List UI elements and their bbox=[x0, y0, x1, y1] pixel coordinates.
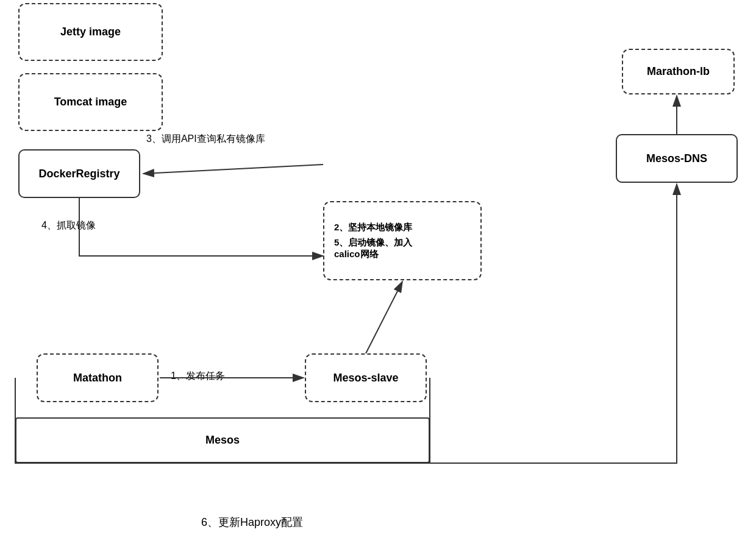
mesos-dns-label: Mesos-DNS bbox=[646, 152, 707, 165]
mesos-box: Mesos bbox=[15, 417, 430, 463]
mesos-slave-container-line3: calico网络 bbox=[334, 249, 379, 260]
mesos-slave-container-box: 2、坚持本地镜像库 5、启动镜像、加入 calico网络 bbox=[323, 201, 482, 280]
step6-label: 6、更新Haproxy配置 bbox=[201, 515, 303, 530]
jetty-image-label: Jetty image bbox=[60, 26, 121, 38]
mesos-slave-box: Mesos-slave bbox=[305, 353, 427, 402]
step4-label: 4、抓取镜像 bbox=[41, 219, 96, 232]
matathon-box: Matathon bbox=[37, 353, 159, 402]
jetty-image-box: Jetty image bbox=[18, 3, 163, 61]
svg-line-4 bbox=[366, 282, 402, 353]
step3-label: 3、调用API查询私有镜像库 bbox=[146, 133, 265, 146]
tomcat-image-box: Tomcat image bbox=[18, 73, 163, 131]
docker-registry-label: DockerRegistry bbox=[38, 168, 119, 180]
mesos-dns-box: Mesos-DNS bbox=[616, 134, 738, 183]
marathon-lb-label: Marathon-lb bbox=[647, 65, 710, 78]
step1-label: 1、发布任务 bbox=[171, 370, 225, 383]
diagram: Jetty image Tomcat image DockerRegistry … bbox=[0, 0, 756, 560]
matathon-label: Matathon bbox=[73, 372, 122, 385]
docker-registry-box: DockerRegistry bbox=[18, 149, 140, 198]
mesos-slave-label: Mesos-slave bbox=[333, 372, 398, 385]
marathon-lb-box: Marathon-lb bbox=[622, 49, 735, 94]
mesos-slave-container-line2: 5、启动镜像、加入 bbox=[334, 237, 412, 249]
tomcat-image-label: Tomcat image bbox=[54, 96, 127, 108]
mesos-label: Mesos bbox=[205, 434, 240, 447]
svg-line-2 bbox=[143, 165, 323, 174]
mesos-slave-container-line1: 2、坚持本地镜像库 bbox=[334, 222, 412, 233]
